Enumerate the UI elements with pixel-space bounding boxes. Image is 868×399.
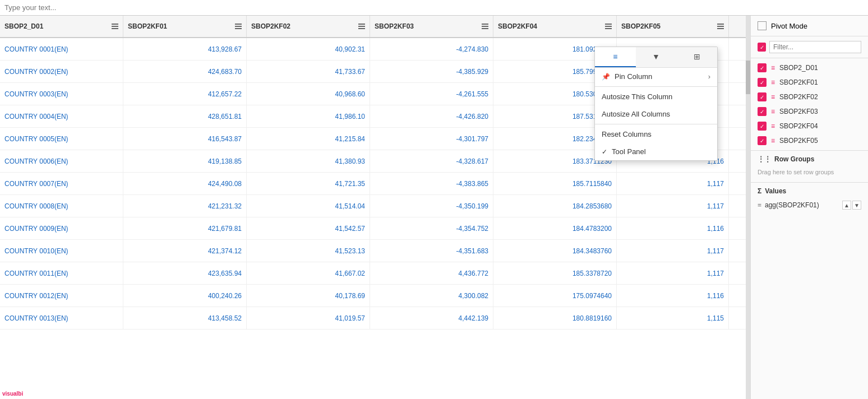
cell-kf03-7: -4,350.199 xyxy=(370,195,493,217)
row-groups-title-row: ⋮⋮ Row Groups xyxy=(758,155,861,163)
top-bar xyxy=(0,0,868,16)
table-row: COUNTRY 0010(EN) 421,374.12 41,523.13 -4… xyxy=(0,240,750,262)
visualbi-logo: visualbi xyxy=(2,391,23,397)
cell-d01-0: COUNTRY 0001(EN) xyxy=(0,38,123,60)
cell-d01-3: COUNTRY 0004(EN) xyxy=(0,105,123,127)
header-cell-kf05: SBOP2KF05 xyxy=(617,16,729,37)
cell-kf01-3: 428,651.81 xyxy=(123,105,247,127)
col-label-SBOP2KF05: SBOP2KF05 xyxy=(779,137,818,145)
context-tab-filter[interactable]: ▼ xyxy=(636,47,677,67)
col-label-SBOP2KF02: SBOP2KF02 xyxy=(779,93,818,101)
cell-kf01-4: 416,543.87 xyxy=(123,128,247,150)
cell-kf01-2: 412,657.22 xyxy=(123,83,247,105)
agg-item-kf01: = agg(SBOP2KF01) ▲ ▼ xyxy=(758,198,861,212)
cell-kf02-9: 41,523.13 xyxy=(247,240,370,262)
cell-kf02-6: 41,721.35 xyxy=(247,173,370,194)
header-cell-kf02: SBOP2KF02 xyxy=(247,16,370,37)
cell-d01-12: COUNTRY 0013(EN) xyxy=(0,307,123,329)
text-input[interactable] xyxy=(4,3,117,12)
context-tab-grid[interactable]: ⊞ xyxy=(676,47,717,67)
col-checkbox-SBOP2KF01[interactable]: ✓ xyxy=(758,78,767,87)
cell-kf04-7: 184.2853680 xyxy=(493,195,617,217)
menu-item-tool-panel[interactable]: ✓ Tool Panel xyxy=(595,143,717,160)
col-drag-SBOP2KF03: ≡ xyxy=(771,108,775,115)
agg-controls: ▲ ▼ xyxy=(842,201,861,210)
cell-kf03-2: -4,261.555 xyxy=(370,83,493,105)
menu-item-pin-column[interactable]: 📌 Pin Column › xyxy=(595,68,717,85)
cell-kf02-5: 41,380.93 xyxy=(247,150,370,172)
col-checkbox-SBOP2KF04[interactable]: ✓ xyxy=(758,122,767,131)
cell-kf01-0: 413,928.67 xyxy=(123,38,247,60)
divider-2 xyxy=(595,124,717,124)
cell-kf02-0: 40,902.31 xyxy=(247,38,370,60)
values-section: Σ Values = agg(SBOP2KF01) ▲ ▼ xyxy=(751,183,868,216)
menu-item-autosize-this[interactable]: Autosize This Column xyxy=(595,88,717,105)
header-label-kf02: SBOP2KF02 xyxy=(251,22,290,30)
table-row: COUNTRY 0013(EN) 413,458.52 41,019.57 4,… xyxy=(0,307,750,330)
col-label-SBOP2KF03: SBOP2KF03 xyxy=(779,108,818,115)
table-row: COUNTRY 0009(EN) 421,679.81 41,542.57 -4… xyxy=(0,217,750,240)
scrollbar-thumb[interactable] xyxy=(746,61,750,94)
col-checkbox-SBOP2KF05[interactable]: ✓ xyxy=(758,136,767,145)
header-menu-kf03[interactable] xyxy=(482,24,488,29)
header-label-kf01: SBOP2KF01 xyxy=(128,22,167,30)
col-checkbox-SBOP2KF02[interactable]: ✓ xyxy=(758,92,767,101)
cell-kf01-1: 424,683.70 xyxy=(123,61,247,82)
col-drag-SBOP2KF02: ≡ xyxy=(771,93,775,101)
cell-d01-11: COUNTRY 0012(EN) xyxy=(0,285,123,307)
cell-kf01-10: 423,635.94 xyxy=(123,262,247,284)
cell-d01-5: COUNTRY 0006(EN) xyxy=(0,150,123,172)
cell-kf01-11: 400,240.26 xyxy=(123,285,247,307)
header-menu-kf01[interactable] xyxy=(235,24,242,29)
agg-down-button[interactable]: ▼ xyxy=(852,201,861,210)
menu-item-reset[interactable]: Reset Columns xyxy=(595,126,717,143)
cell-kf03-4: -4,301.797 xyxy=(370,128,493,150)
cell-kf02-8: 41,542.57 xyxy=(247,217,370,239)
context-menu-tabs: ≡ ▼ ⊞ xyxy=(595,47,717,68)
divider-1 xyxy=(595,86,717,87)
col-checkbox-SBOP2KF03[interactable]: ✓ xyxy=(758,107,767,116)
cell-kf01-8: 421,679.81 xyxy=(123,217,247,239)
context-tab-columns[interactable]: ≡ xyxy=(595,47,636,67)
cell-kf03-5: -4,328.617 xyxy=(370,150,493,172)
cell-kf01-5: 419,138.85 xyxy=(123,150,247,172)
vertical-scrollbar[interactable] xyxy=(746,16,750,399)
header-cell-kf04: SBOP2KF04 xyxy=(493,16,617,37)
header-label-d01: SBOP2_D01 xyxy=(4,22,43,30)
header-cell-d01: SBOP2_D01 xyxy=(0,16,123,37)
pivot-mode-label: Pivot Mode xyxy=(771,22,807,30)
header-menu-kf05[interactable] xyxy=(717,24,724,29)
row-groups-section: ⋮⋮ Row Groups Drag here to set row group… xyxy=(751,151,868,183)
cell-d01-2: COUNTRY 0003(EN) xyxy=(0,83,123,105)
cell-kf02-11: 40,178.69 xyxy=(247,285,370,307)
cell-kf01-7: 421,231.32 xyxy=(123,195,247,217)
cell-kf03-10: 4,436.772 xyxy=(370,262,493,284)
menu-label-autosize-this: Autosize This Column xyxy=(602,92,672,101)
filter-input[interactable] xyxy=(769,41,861,53)
filter-input-row: ✓ xyxy=(758,41,861,53)
header-menu-kf04[interactable] xyxy=(605,24,612,29)
cell-kf03-1: -4,385.929 xyxy=(370,61,493,82)
logo-text: visualbi xyxy=(2,391,23,397)
header-menu-kf02[interactable] xyxy=(358,24,365,29)
cell-kf03-11: 4,300.082 xyxy=(370,285,493,307)
col-checkbox-SBOP2_D01[interactable]: ✓ xyxy=(758,63,767,72)
pivot-mode-checkbox[interactable] xyxy=(758,21,767,30)
cell-kf02-1: 41,733.67 xyxy=(247,61,370,82)
cell-kf02-4: 41,215.84 xyxy=(247,128,370,150)
header-label-kf05: SBOP2KF05 xyxy=(621,22,661,30)
cell-kf05-10: 1,117 xyxy=(617,262,729,284)
cell-kf05-9: 1,117 xyxy=(617,240,729,262)
filter-checked-icon[interactable]: ✓ xyxy=(758,43,766,52)
cell-kf04-6: 185.7115840 xyxy=(493,173,617,194)
menu-label-tool-panel: Tool Panel xyxy=(612,147,646,156)
column-item-SBOP2KF01: ✓ ≡ SBOP2KF01 xyxy=(751,75,868,90)
cell-kf02-3: 41,986.10 xyxy=(247,105,370,127)
agg-up-button[interactable]: ▲ xyxy=(842,201,851,210)
menu-item-autosize-all[interactable]: Autosize All Columns xyxy=(595,105,717,123)
cell-kf02-7: 41,514.04 xyxy=(247,195,370,217)
table-row: COUNTRY 0012(EN) 400,240.26 40,178.69 4,… xyxy=(0,285,750,307)
cell-kf02-2: 40,968.60 xyxy=(247,83,370,105)
cell-kf05-7: 1,117 xyxy=(617,195,729,217)
header-menu-d01[interactable] xyxy=(112,24,118,29)
